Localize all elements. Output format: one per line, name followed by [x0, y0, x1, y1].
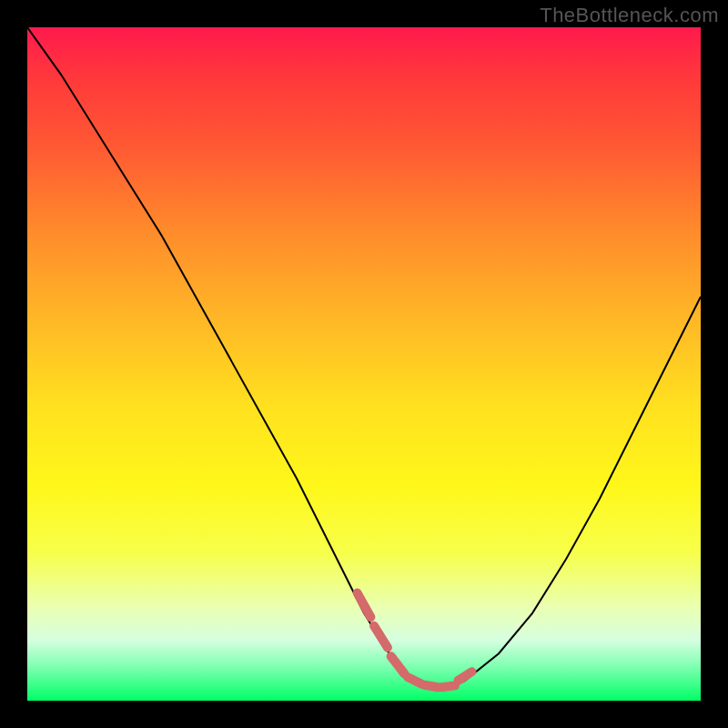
plot-area [27, 27, 701, 701]
watermark-label: TheBottleneck.com [540, 4, 719, 27]
bottleneck-curve [27, 27, 701, 687]
highlight-dash [425, 685, 439, 687]
chart-frame: TheBottleneck.com [0, 0, 728, 728]
highlight-dash [374, 626, 388, 648]
highlight-dash [408, 677, 421, 683]
highlight-zone [358, 593, 472, 688]
highlight-dash [441, 685, 455, 687]
curve-svg [27, 27, 701, 701]
highlight-dash [358, 593, 371, 618]
highlight-dash [459, 672, 472, 681]
highlight-dash [391, 656, 405, 673]
